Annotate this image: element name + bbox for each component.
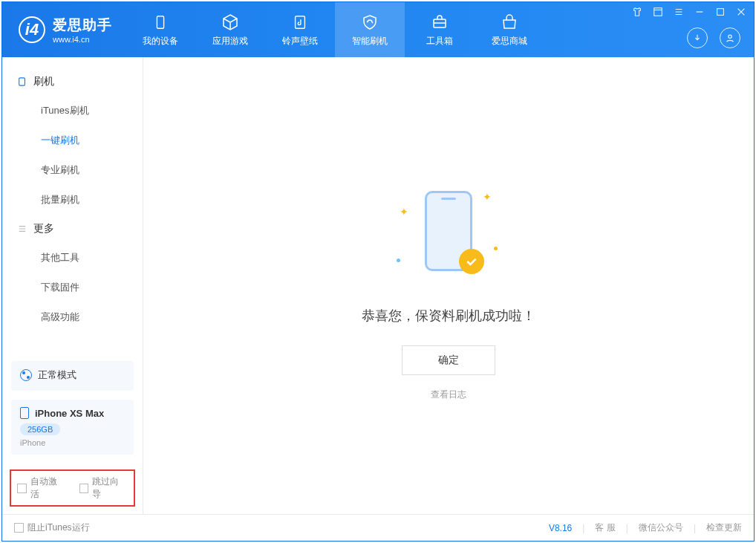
check-update-link[interactable]: 检查更新 [706,521,742,534]
svg-point-5 [729,35,731,38]
ok-button[interactable]: 确定 [402,345,495,375]
app-title: 爱思助手 [53,16,112,35]
svg-rect-0 [157,16,163,28]
options-highlighted: 自动激活 跳过向导 [10,469,135,507]
sidebar-item-pro-flash[interactable]: 专业刷机 [2,155,143,185]
checkbox-skip-guide[interactable]: 跳过向导 [79,475,128,501]
svg-rect-4 [717,9,724,16]
sidebar-item-download-firmware[interactable]: 下载固件 [2,273,143,302]
checkbox-auto-activate[interactable]: 自动激活 [17,475,66,501]
sidebar-item-advanced[interactable]: 高级功能 [2,302,143,332]
success-message: 恭喜您，保资料刷机成功啦！ [362,307,535,325]
sidebar-group-flash: 刷机 [2,68,143,96]
shirt-icon[interactable] [630,5,644,19]
refresh-shield-icon [360,13,379,32]
maximize-button[interactable] [714,5,727,19]
checkbox-icon [79,484,89,493]
tab-smart-flash[interactable]: 智能刷机 [335,2,405,57]
logo-area: i4 爱思助手 www.i4.cn [2,16,126,44]
app-subtitle: www.i4.cn [53,35,112,44]
sidebar-item-other-tools[interactable]: 其他工具 [2,243,143,273]
device-type: iPhone [20,438,125,447]
tab-my-device[interactable]: 我的设备 [126,2,195,57]
status-bar: 阻止iTunes运行 V8.16 | 客 服 | 微信公众号 | 检查更新 [2,514,754,541]
app-header: i4 爱思助手 www.i4.cn 我的设备 应用游戏 铃声壁纸 智能刷机 [2,2,754,57]
device-info-box[interactable]: iPhone XS Max 256GB iPhone [11,400,134,455]
check-badge-icon [459,249,484,274]
window-controls [630,5,748,19]
tab-toolbox[interactable]: 工具箱 [405,2,475,57]
sidebar-item-batch-flash[interactable]: 批量刷机 [2,185,143,215]
mode-icon [20,369,32,381]
main-content: ✦ ✦ 恭喜您，保资料刷机成功啦！ 确定 查看日志 [143,57,754,514]
list-icon [17,224,27,234]
sidebar-item-oneclick-flash[interactable]: 一键刷机 [2,126,143,155]
support-link[interactable]: 客 服 [595,521,615,534]
svg-rect-6 [19,78,25,85]
user-button[interactable] [720,27,740,48]
sidebar-group-more: 更多 [2,215,143,243]
tab-apps-games[interactable]: 应用游戏 [195,2,265,57]
device-mode-box[interactable]: 正常模式 [11,361,134,391]
app-logo-icon: i4 [19,16,45,43]
svg-rect-3 [654,8,662,16]
dot-icon [397,259,400,262]
device-storage-badge: 256GB [20,423,60,435]
checkbox-icon [14,523,24,533]
svg-rect-1 [296,16,305,28]
tab-store[interactable]: 爱思商城 [475,2,544,57]
view-log-link[interactable]: 查看日志 [431,388,466,401]
minimize-button[interactable] [693,5,706,19]
checkbox-block-itunes[interactable]: 阻止iTunes运行 [14,521,90,534]
device-mini-icon [20,407,29,419]
store-icon [500,13,519,32]
download-button[interactable] [687,27,708,48]
list-button[interactable] [672,5,685,19]
checkbox-icon [17,484,27,493]
phone-icon [17,77,27,87]
sparkle-icon: ✦ [483,191,492,203]
tab-ringtones-wallpapers[interactable]: 铃声壁纸 [265,2,335,57]
mode-label: 正常模式 [38,368,76,382]
sidebar-item-itunes-flash[interactable]: iTunes刷机 [2,96,143,126]
main-tabs: 我的设备 应用游戏 铃声壁纸 智能刷机 工具箱 爱思商城 [126,2,544,57]
cube-icon [221,13,240,32]
dot-icon [494,247,498,250]
device-icon [151,13,170,32]
sidebar: 刷机 iTunes刷机 一键刷机 专业刷机 批量刷机 更多 其他工具 下载固件 … [2,57,143,514]
success-illustration: ✦ ✦ [397,183,501,287]
music-file-icon [290,13,310,32]
wechat-link[interactable]: 微信公众号 [639,521,683,534]
close-button[interactable] [734,5,748,19]
toolbox-icon [430,13,449,32]
version-label: V8.16 [549,523,572,533]
menu-button[interactable] [651,5,665,19]
sparkle-icon: ✦ [400,206,408,218]
device-name: iPhone XS Max [35,408,104,419]
